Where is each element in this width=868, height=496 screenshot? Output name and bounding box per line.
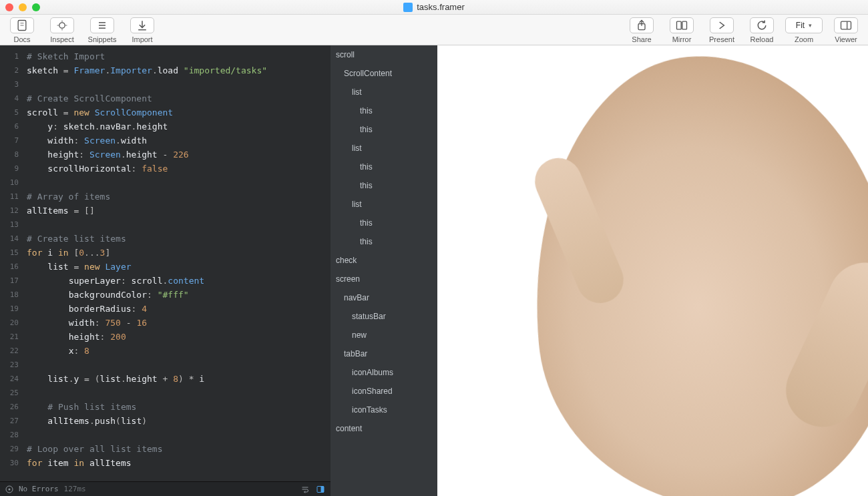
docs-icon (10, 17, 34, 33)
layer-row[interactable]: iconShared (331, 382, 437, 401)
layer-row[interactable]: this (331, 120, 437, 139)
layer-row[interactable]: new (331, 326, 437, 344)
toolbar-label: Snippets (88, 35, 117, 43)
window-title-text: tasks.framer (417, 2, 465, 12)
layer-row[interactable]: iconTasks (331, 401, 437, 419)
code-line[interactable]: # Create ScrollComponent (27, 91, 324, 105)
svg-rect-16 (682, 21, 687, 29)
code-line[interactable]: allItems.push(list) (27, 414, 324, 428)
svg-rect-17 (841, 21, 851, 29)
code-line[interactable]: # Sketch Import (27, 49, 324, 63)
toolbar-label: Share (632, 35, 651, 43)
layer-row[interactable]: this (331, 101, 437, 120)
code-line[interactable]: backgroundColor: "#fff" (27, 288, 324, 302)
layer-row[interactable]: list (331, 139, 437, 158)
svg-point-3 (59, 23, 65, 28)
zoom-label: Zoom (795, 35, 813, 43)
present-button[interactable]: Present (705, 17, 738, 43)
toolbar-label: Import (132, 35, 152, 43)
window-title: tasks.framer (0, 2, 868, 12)
main-area: 1234567891011121314151617181920212223242… (0, 45, 868, 496)
code-line[interactable]: width: Screen.width (27, 134, 324, 148)
code-line[interactable]: list = new Layer (27, 260, 324, 274)
layer-row[interactable]: scroll (331, 45, 437, 64)
code-line[interactable]: for i in [0...3] (27, 246, 324, 260)
svg-point-20 (9, 488, 11, 490)
layer-row[interactable]: screen (331, 270, 437, 288)
code-line[interactable]: height: Screen.height - 226 (27, 148, 324, 162)
code-line[interactable] (27, 428, 324, 442)
layer-row[interactable]: check (331, 251, 437, 270)
inspect-icon (50, 17, 74, 33)
viewer-icon (834, 17, 858, 33)
snippets-icon (90, 17, 114, 33)
mirror-button[interactable]: Mirror (665, 17, 698, 43)
code-line[interactable] (27, 386, 324, 400)
code-line[interactable]: borderRadius: 4 (27, 302, 324, 316)
code-line[interactable]: # Push list items (27, 400, 324, 414)
code-body[interactable]: # Sketch Importsketch = Framer.Importer.… (24, 45, 331, 481)
toolbar-label: Present (709, 35, 734, 43)
toolbar-label: Docs (13, 35, 30, 43)
layer-row[interactable]: this (331, 232, 437, 251)
viewer-button[interactable]: Viewer (829, 17, 863, 43)
layer-row[interactable]: this (331, 214, 437, 232)
wrap-icon[interactable] (301, 485, 309, 493)
code-line[interactable]: width: 750 - 16 (27, 316, 324, 330)
layer-panel[interactable]: scrollScrollContentlistthisthislistthist… (331, 45, 437, 496)
layer-row[interactable]: ScrollContent (331, 64, 437, 83)
code-line[interactable]: # Loop over all list items (27, 442, 324, 456)
docs-button[interactable]: Docs (5, 17, 39, 43)
reload-button[interactable]: Reload (745, 17, 779, 43)
import-icon (130, 17, 154, 33)
svg-rect-22 (321, 486, 324, 492)
code-line[interactable] (27, 176, 324, 190)
code-line[interactable]: list.y = (list.height + 8) * i (27, 372, 324, 386)
compile-time: 127ms (64, 485, 86, 493)
mirror-icon (670, 17, 694, 33)
window-titlebar: tasks.framer (0, 0, 868, 15)
layer-row[interactable]: content (331, 419, 437, 438)
code-line[interactable]: y: sketch.navBar.height (27, 119, 324, 134)
code-line[interactable] (27, 77, 324, 91)
import-button[interactable]: Import (126, 17, 159, 43)
inspect-button[interactable]: Inspect (45, 17, 79, 43)
layer-row[interactable]: navBar (331, 288, 437, 307)
svg-rect-15 (677, 21, 682, 29)
code-line[interactable]: for item in allItems (27, 456, 324, 470)
zoom-select[interactable]: Fit (785, 17, 823, 33)
code-line[interactable]: sketch = Framer.Importer.load "imported/… (27, 63, 324, 77)
document-icon (403, 3, 413, 12)
layer-row[interactable]: list (331, 195, 437, 214)
hand-graphic (515, 45, 868, 496)
code-editor[interactable]: 1234567891011121314151617181920212223242… (0, 45, 331, 496)
code-line[interactable]: height: 200 (27, 330, 324, 344)
code-line[interactable]: # Create list items (27, 232, 324, 246)
layer-row[interactable]: this (331, 158, 437, 176)
reload-icon (750, 17, 774, 33)
present-icon (710, 17, 734, 33)
snippets-button[interactable]: Snippets (85, 17, 119, 43)
code-line[interactable]: scroll = new ScrollComponent (27, 105, 324, 119)
toolbar-label: Reload (750, 35, 774, 43)
device-preview: Framer 8:00 AM Tasks ＋ Book hotelGroceri… (437, 45, 868, 496)
layer-row[interactable]: statusBar (331, 307, 437, 326)
error-count: No Errors (19, 485, 59, 493)
toolbar-label: Inspect (50, 35, 73, 43)
code-line[interactable] (27, 358, 324, 372)
toolbar: DocsInspectSnippetsImport ShareMirrorPre… (0, 15, 868, 45)
code-line[interactable] (27, 218, 324, 232)
code-line[interactable]: # Array of items (27, 190, 324, 204)
layer-row[interactable]: iconAlbums (331, 363, 437, 382)
code-line[interactable]: scrollHorizontal: false (27, 162, 324, 176)
share-button[interactable]: Share (625, 17, 658, 43)
panel-toggle-icon[interactable] (316, 485, 325, 493)
share-icon (630, 17, 654, 33)
code-line[interactable]: allItems = [] (27, 204, 324, 218)
layer-row[interactable]: list (331, 83, 437, 101)
code-line[interactable]: x: 8 (27, 344, 324, 358)
code-line[interactable]: superLayer: scroll.content (27, 274, 324, 288)
toolbar-label: Viewer (835, 35, 857, 43)
layer-row[interactable]: this (331, 176, 437, 195)
layer-row[interactable]: tabBar (331, 344, 437, 363)
